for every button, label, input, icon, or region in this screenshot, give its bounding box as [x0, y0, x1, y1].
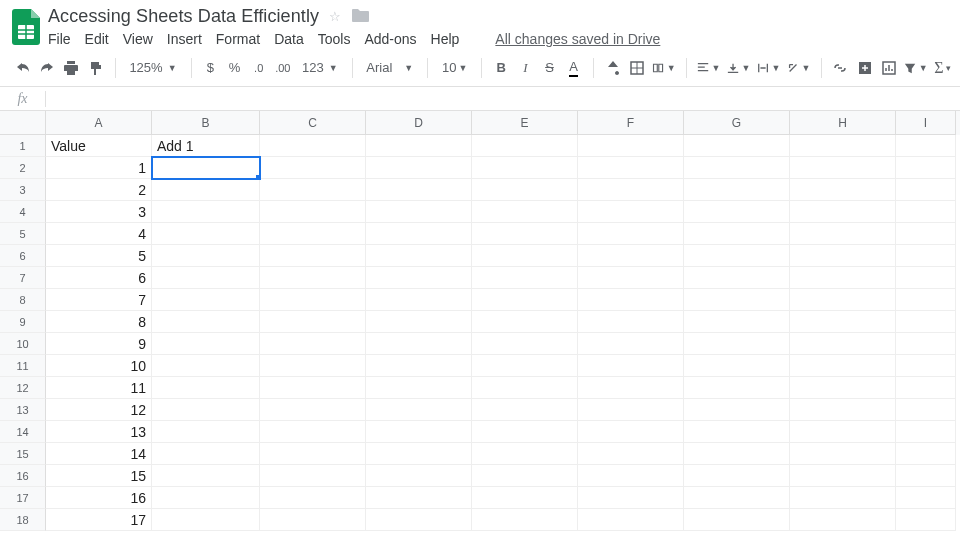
cell-D14[interactable]: [366, 421, 472, 443]
row-header[interactable]: 18: [0, 509, 46, 531]
fill-color-icon[interactable]: [603, 56, 621, 80]
cell-G8[interactable]: [684, 289, 790, 311]
cell-B6[interactable]: [152, 245, 260, 267]
horizontal-align-icon[interactable]: ▼: [697, 56, 721, 80]
row-header[interactable]: 13: [0, 399, 46, 421]
cell-C15[interactable]: [260, 443, 366, 465]
cell-G9[interactable]: [684, 311, 790, 333]
print-icon[interactable]: [62, 56, 80, 80]
cell-G4[interactable]: [684, 201, 790, 223]
cell-A1[interactable]: Value: [46, 135, 152, 157]
number-format-dropdown[interactable]: 123▼: [298, 60, 342, 75]
cell-B14[interactable]: [152, 421, 260, 443]
cell-G3[interactable]: [684, 179, 790, 201]
cell-H3[interactable]: [790, 179, 896, 201]
cell-D4[interactable]: [366, 201, 472, 223]
cell-I8[interactable]: [896, 289, 956, 311]
cell-I7[interactable]: [896, 267, 956, 289]
column-header-G[interactable]: G: [684, 111, 790, 135]
cell-D15[interactable]: [366, 443, 472, 465]
cell-D18[interactable]: [366, 509, 472, 531]
cell-I12[interactable]: [896, 377, 956, 399]
cell-D10[interactable]: [366, 333, 472, 355]
menu-view[interactable]: View: [123, 31, 153, 47]
column-header-B[interactable]: B: [152, 111, 260, 135]
cell-C16[interactable]: [260, 465, 366, 487]
cell-C18[interactable]: [260, 509, 366, 531]
sheets-logo-icon[interactable]: [8, 9, 44, 45]
row-header[interactable]: 15: [0, 443, 46, 465]
cell-F11[interactable]: [578, 355, 684, 377]
text-color-button[interactable]: A: [565, 56, 583, 80]
row-header[interactable]: 16: [0, 465, 46, 487]
cell-G14[interactable]: [684, 421, 790, 443]
cell-A5[interactable]: 4: [46, 223, 152, 245]
cell-H5[interactable]: [790, 223, 896, 245]
cell-G5[interactable]: [684, 223, 790, 245]
cell-F1[interactable]: [578, 135, 684, 157]
cell-G10[interactable]: [684, 333, 790, 355]
cell-A11[interactable]: 10: [46, 355, 152, 377]
cell-F18[interactable]: [578, 509, 684, 531]
cell-D2[interactable]: [366, 157, 472, 179]
cell-F12[interactable]: [578, 377, 684, 399]
row-header[interactable]: 5: [0, 223, 46, 245]
row-header[interactable]: 1: [0, 135, 46, 157]
doc-title[interactable]: Accessing Sheets Data Efficiently: [48, 6, 319, 27]
cell-C5[interactable]: [260, 223, 366, 245]
cell-I6[interactable]: [896, 245, 956, 267]
cell-C11[interactable]: [260, 355, 366, 377]
cell-F17[interactable]: [578, 487, 684, 509]
vertical-align-icon[interactable]: ▼: [727, 56, 751, 80]
cell-B17[interactable]: [152, 487, 260, 509]
row-header[interactable]: 2: [0, 157, 46, 179]
cell-A3[interactable]: 2: [46, 179, 152, 201]
cell-I2[interactable]: [896, 157, 956, 179]
row-header[interactable]: 8: [0, 289, 46, 311]
cell-F4[interactable]: [578, 201, 684, 223]
cell-B13[interactable]: [152, 399, 260, 421]
cell-A18[interactable]: 17: [46, 509, 152, 531]
cell-C6[interactable]: [260, 245, 366, 267]
cell-G12[interactable]: [684, 377, 790, 399]
cell-D17[interactable]: [366, 487, 472, 509]
cell-D12[interactable]: [366, 377, 472, 399]
cell-C13[interactable]: [260, 399, 366, 421]
decrease-decimal-button[interactable]: .0: [250, 56, 268, 80]
cell-I1[interactable]: [896, 135, 956, 157]
cell-A4[interactable]: 3: [46, 201, 152, 223]
row-header[interactable]: 9: [0, 311, 46, 333]
cell-I5[interactable]: [896, 223, 956, 245]
cell-C7[interactable]: [260, 267, 366, 289]
row-header[interactable]: 6: [0, 245, 46, 267]
cell-B16[interactable]: [152, 465, 260, 487]
cell-F9[interactable]: [578, 311, 684, 333]
cell-E17[interactable]: [472, 487, 578, 509]
cell-E10[interactable]: [472, 333, 578, 355]
cell-F10[interactable]: [578, 333, 684, 355]
cell-I13[interactable]: [896, 399, 956, 421]
increase-decimal-button[interactable]: .00: [274, 56, 292, 80]
cell-B11[interactable]: [152, 355, 260, 377]
cell-I3[interactable]: [896, 179, 956, 201]
cell-F14[interactable]: [578, 421, 684, 443]
cell-G7[interactable]: [684, 267, 790, 289]
cell-C10[interactable]: [260, 333, 366, 355]
fontsize-dropdown[interactable]: 10▼: [438, 60, 471, 75]
folder-icon[interactable]: [351, 8, 369, 25]
cell-D8[interactable]: [366, 289, 472, 311]
cell-C1[interactable]: [260, 135, 366, 157]
cell-E9[interactable]: [472, 311, 578, 333]
row-header[interactable]: 4: [0, 201, 46, 223]
cell-B18[interactable]: [152, 509, 260, 531]
cell-E13[interactable]: [472, 399, 578, 421]
cell-E7[interactable]: [472, 267, 578, 289]
menu-tools[interactable]: Tools: [318, 31, 351, 47]
cell-A7[interactable]: 6: [46, 267, 152, 289]
cell-B4[interactable]: [152, 201, 260, 223]
cell-A10[interactable]: 9: [46, 333, 152, 355]
cell-C9[interactable]: [260, 311, 366, 333]
cell-I11[interactable]: [896, 355, 956, 377]
cell-B10[interactable]: [152, 333, 260, 355]
cell-H9[interactable]: [790, 311, 896, 333]
